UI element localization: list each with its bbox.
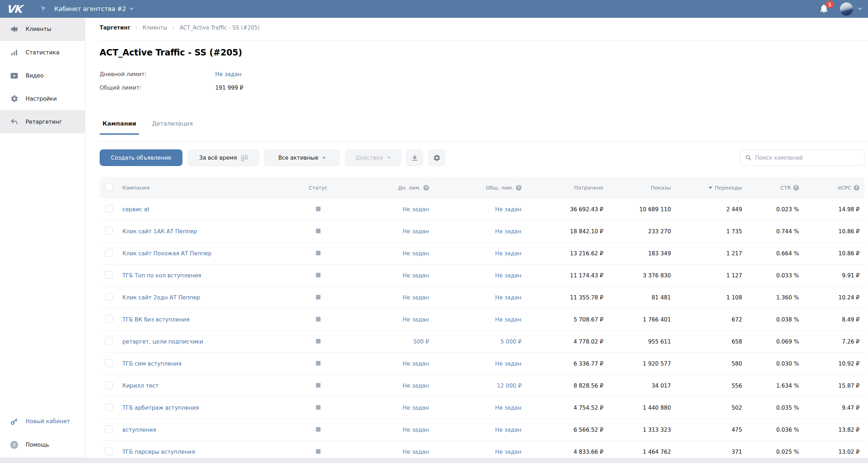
daily-limit-link[interactable]: Не задан xyxy=(403,228,429,235)
notifications-button[interactable]: 1 xyxy=(819,3,831,15)
total-limit-link[interactable]: Не задан xyxy=(495,427,522,433)
notification-badge: 1 xyxy=(826,1,833,8)
total-limit-link[interactable]: Не задан xyxy=(495,449,522,455)
row-checkbox[interactable] xyxy=(105,381,113,389)
daily-limit-link[interactable]: Не задан xyxy=(403,383,429,389)
campaign-link[interactable]: Клик сайт 1АК АТ Пеппер xyxy=(122,228,197,235)
column-spent[interactable]: Потрачено xyxy=(526,185,608,191)
chevron-down-icon[interactable] xyxy=(858,8,862,10)
total-limit-link[interactable]: Не задан xyxy=(495,361,522,367)
campaign-link[interactable]: ТГБ смм вступления xyxy=(122,361,181,367)
row-checkbox[interactable] xyxy=(105,293,113,301)
new-cabinet-link[interactable]: Новый кабинет xyxy=(0,410,85,433)
campaign-link[interactable]: ТГБ ВК биз вступления xyxy=(122,316,190,323)
table-row: Клик сайт Похожая АТ Пеппер Не задан Не … xyxy=(100,243,864,265)
row-checkbox[interactable] xyxy=(105,249,113,257)
column-impressions[interactable]: Показы xyxy=(608,185,676,191)
total-limit-link[interactable]: Не задан xyxy=(495,405,522,411)
actions-dropdown[interactable]: Действия xyxy=(345,149,401,166)
daily-limit-link[interactable]: Не задан xyxy=(403,206,429,213)
help-tooltip-icon[interactable]: ? xyxy=(516,185,522,191)
column-ecpc[interactable]: eCPC ? xyxy=(804,185,864,191)
column-label: Переходы xyxy=(715,185,742,191)
row-checkbox[interactable] xyxy=(105,447,113,455)
select-all-checkbox[interactable] xyxy=(105,183,113,191)
create-ad-button[interactable]: Создать объявление xyxy=(100,149,182,166)
row-checkbox[interactable] xyxy=(105,403,113,411)
column-clicks-sorted[interactable]: Переходы xyxy=(676,185,747,191)
clicks-value: 475 xyxy=(676,427,747,433)
avatar[interactable] xyxy=(840,2,853,16)
help-tooltip-icon[interactable]: ? xyxy=(854,185,859,191)
clicks-value: 2 449 xyxy=(676,206,747,213)
sidebar-item-settings[interactable]: Настройки xyxy=(0,87,85,110)
row-checkbox[interactable] xyxy=(105,227,113,235)
column-ctr[interactable]: CTR ? xyxy=(747,185,804,191)
total-limit-link[interactable]: Не задан xyxy=(495,250,522,257)
row-checkbox[interactable] xyxy=(105,425,113,433)
divider xyxy=(100,41,868,41)
help-link[interactable]: ? Помощь xyxy=(0,433,85,456)
cabinet-selector[interactable]: Кабинет агентства #2 xyxy=(54,5,126,12)
daily-limit-link[interactable]: 500 ₽ xyxy=(413,339,429,345)
row-checkbox[interactable] xyxy=(105,337,113,345)
campaign-link[interactable]: Кирилл тест xyxy=(122,383,159,389)
vk-logo[interactable]: VK xyxy=(6,3,22,15)
column-total-limit[interactable]: Общ. лим. ? xyxy=(434,185,526,191)
column-label: CTR xyxy=(780,185,791,191)
daily-limit-link[interactable]: Не задан xyxy=(403,272,429,279)
column-campaign[interactable]: Кампания xyxy=(117,185,298,191)
column-daily-limit[interactable]: Дн. лим. ? xyxy=(338,185,434,191)
row-checkbox[interactable] xyxy=(105,315,113,323)
breadcrumb-targeting[interactable]: Таргетинг xyxy=(100,25,131,31)
daily-limit-link[interactable]: Не задан xyxy=(403,405,429,411)
status-filter-dropdown[interactable]: Все активные xyxy=(264,149,340,166)
row-checkbox[interactable] xyxy=(105,359,113,367)
daily-limit-link[interactable]: Не задан xyxy=(403,361,429,367)
campaign-link[interactable]: ТГБ арбитраж вступления xyxy=(122,405,199,411)
column-label: Показы xyxy=(651,185,671,191)
total-limit-link[interactable]: 12 000 ₽ xyxy=(497,383,522,389)
help-tooltip-icon[interactable]: ? xyxy=(423,185,429,191)
daily-limit-link[interactable]: Не задан xyxy=(403,427,429,433)
sidebar-item-video[interactable]: Видео xyxy=(0,64,85,87)
sidebar-item-retargeting[interactable]: Ретаргетинг xyxy=(0,110,85,133)
campaign-link[interactable]: Клик сайт 2одн АТ Пеппер xyxy=(122,294,200,301)
campaign-link[interactable]: ретаргет, цели подписчики xyxy=(122,339,203,345)
campaign-link[interactable]: ТГБ парсеры вступления xyxy=(122,449,195,455)
total-limit-link[interactable]: Не задан xyxy=(495,206,522,213)
impressions-value: 955 611 xyxy=(608,339,676,345)
campaign-link[interactable]: сервис at xyxy=(122,206,149,213)
help-tooltip-icon[interactable]: ? xyxy=(793,185,799,191)
campaign-link[interactable]: Клик сайт Похожая АТ Пеппер xyxy=(122,250,212,257)
total-limit-link[interactable]: Не задан xyxy=(495,272,522,279)
campaign-link[interactable]: вступления xyxy=(122,427,156,433)
breadcrumb-clients[interactable]: Клиенты xyxy=(143,25,168,31)
clicks-value: 658 xyxy=(676,339,747,345)
daily-limit-link[interactable]: Не задан xyxy=(403,294,429,301)
column-status[interactable]: Статус xyxy=(298,185,338,191)
spent-value: 4 754.52 ₽ xyxy=(526,405,608,411)
daily-limit-value[interactable]: Не задан xyxy=(215,71,242,78)
spent-value: 18 842.10 ₽ xyxy=(526,228,608,235)
daily-limit-link[interactable]: Не задан xyxy=(403,250,429,257)
total-limit-link[interactable]: Не задан xyxy=(495,316,522,323)
daily-limit-link[interactable]: Не задан xyxy=(403,449,429,455)
search-input[interactable] xyxy=(755,155,859,161)
row-checkbox[interactable] xyxy=(105,271,113,279)
export-button[interactable] xyxy=(406,149,423,166)
table-settings-button[interactable] xyxy=(428,149,445,166)
total-limit-link[interactable]: Не задан xyxy=(495,294,522,301)
tab-campaigns[interactable]: Кампании xyxy=(100,120,139,135)
total-limit-link[interactable]: 5 000 ₽ xyxy=(501,339,522,345)
total-limit-link[interactable]: Не задан xyxy=(495,228,522,235)
sidebar-item-clients[interactable]: Клиенты xyxy=(0,18,85,41)
campaign-link[interactable]: ТГБ Топ по кол вступления xyxy=(122,272,201,279)
daily-limit-link[interactable]: Не задан xyxy=(403,316,429,323)
period-button[interactable]: За всё время xyxy=(188,149,259,166)
chevron-down-icon[interactable] xyxy=(129,8,134,10)
row-checkbox[interactable] xyxy=(105,205,113,213)
table-body: сервис at Не задан Не задан 36 692.43 ₽ … xyxy=(100,198,864,463)
sidebar-item-statistics[interactable]: Статистика xyxy=(0,41,85,64)
tab-details[interactable]: Детализация xyxy=(149,120,196,135)
